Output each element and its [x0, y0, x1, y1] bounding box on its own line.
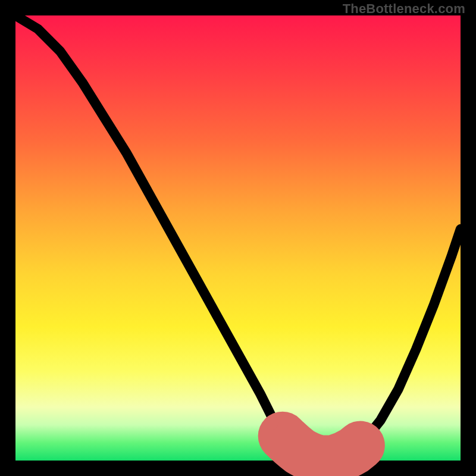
bottleneck-curve — [15, 15, 461, 461]
chart-frame: TheBottleneck.com — [0, 0, 476, 476]
plot-area — [15, 15, 461, 461]
watermark-text: TheBottleneck.com — [343, 1, 465, 17]
curve-svg — [15, 15, 461, 461]
optimal-range-marker-dot — [264, 415, 278, 430]
optimal-range-highlight — [283, 436, 361, 460]
